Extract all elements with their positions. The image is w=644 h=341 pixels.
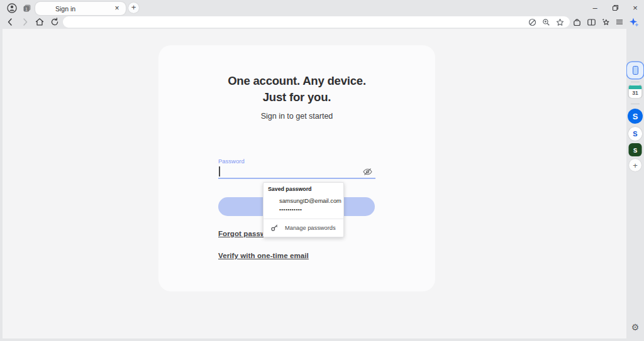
saved-credential-item[interactable]: samsungID@email.com <box>279 198 343 204</box>
split-screen-icon[interactable] <box>587 17 596 27</box>
tab-title: Sign in <box>55 5 75 13</box>
heading-line2: Just for you. <box>158 89 435 106</box>
phone-glyph <box>633 66 638 75</box>
toolbar <box>0 15 644 29</box>
saved-password-popup: Saved password samsungID@email.com •••••… <box>263 182 344 237</box>
masked-password: ••••••••••• <box>279 207 343 212</box>
calendar-icon[interactable]: 31 <box>629 85 642 98</box>
back-button[interactable] <box>5 17 15 27</box>
address-input[interactable] <box>63 19 527 26</box>
sidebar-divider <box>631 104 640 104</box>
address-bar[interactable] <box>63 16 570 28</box>
password-label: Password <box>218 158 375 165</box>
title-bar: 1 Sign in × + – × <box>0 0 644 15</box>
shopping-bag-icon[interactable] <box>572 17 582 27</box>
calendar-day-number: 31 <box>632 89 638 97</box>
show-password-icon[interactable] <box>362 166 373 177</box>
sidebar-divider <box>631 82 640 82</box>
workspaces-icon[interactable]: 1 <box>21 3 33 14</box>
heading-line1: One account. Any device. <box>158 73 435 89</box>
zoom-icon[interactable] <box>541 17 551 27</box>
signin-card: One account. Any device. Just for you. S… <box>158 45 435 291</box>
home-button[interactable] <box>35 17 45 27</box>
window-minimize-button[interactable]: – <box>586 0 604 15</box>
copilot-icon[interactable] <box>629 17 640 27</box>
tracking-prevention-icon[interactable] <box>527 17 537 27</box>
refresh-button[interactable] <box>50 17 60 27</box>
saved-password-header: Saved password <box>264 183 343 192</box>
collections-icon[interactable] <box>601 17 611 27</box>
profile-icon[interactable] <box>6 3 18 14</box>
tab-close-icon[interactable]: × <box>112 3 122 13</box>
favorites-star-icon[interactable] <box>555 17 565 27</box>
skype-icon[interactable]: S <box>628 109 643 124</box>
password-input[interactable] <box>218 165 375 179</box>
page-title: One account. Any device. Just for you. <box>158 73 435 106</box>
settings-menu-icon[interactable] <box>615 17 624 27</box>
phone-link-icon[interactable] <box>627 62 643 78</box>
sidebar-add-button[interactable]: + <box>629 159 641 171</box>
verify-one-time-email-link[interactable]: Verify with one-time email <box>218 252 309 259</box>
s-app-icon[interactable]: S <box>628 127 642 141</box>
new-tab-button[interactable]: + <box>128 3 139 13</box>
browser-window: 1 Sign in × + – × <box>0 0 644 341</box>
sidebar-settings-gear-icon[interactable]: ⚙ <box>631 322 640 332</box>
text-caret <box>219 166 220 176</box>
green-s-app-icon[interactable]: s <box>629 143 642 156</box>
manage-passwords-label: Manage passwords <box>285 225 336 231</box>
key-icon <box>270 224 279 232</box>
window-restore-button[interactable] <box>606 0 625 15</box>
forward-button[interactable] <box>20 17 30 27</box>
tab-sign-in[interactable]: Sign in × <box>35 2 126 15</box>
manage-passwords-item[interactable]: Manage passwords <box>264 219 343 236</box>
svg-text:1: 1 <box>25 7 28 11</box>
address-bar-icons <box>527 17 570 27</box>
page-subtitle: Sign in to get started <box>158 112 435 121</box>
window-close-button[interactable]: × <box>626 0 644 15</box>
edge-sidebar: 31 S S s + ⚙ <box>626 29 644 341</box>
